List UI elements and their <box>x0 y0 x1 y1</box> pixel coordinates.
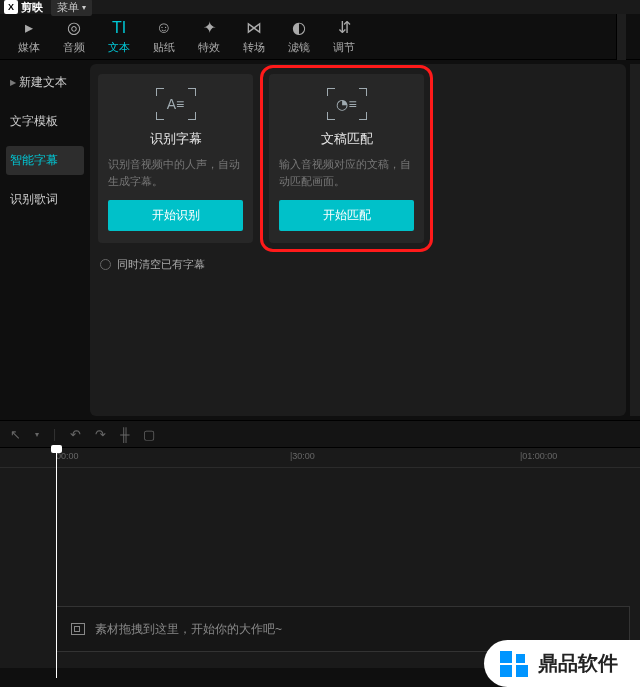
redo-icon[interactable]: ↷ <box>95 427 106 442</box>
split-icon[interactable]: ╫ <box>120 427 129 442</box>
tab-audio[interactable]: ◎音频 <box>59 17 89 57</box>
script-match-button[interactable]: 开始匹配 <box>279 200 414 231</box>
content-panel: A≡ 识别字幕 识别音视频中的人声，自动生成字幕。 开始识别 ◔≡ 文稿匹配 输… <box>90 64 626 416</box>
sidebar-label: 识别歌词 <box>10 191 58 208</box>
card-title: 识别字幕 <box>150 130 202 148</box>
watermark-logo-icon <box>500 651 528 677</box>
tab-filter[interactable]: ◐滤镜 <box>284 17 314 57</box>
menu-button[interactable]: 菜单 ▾ <box>51 0 92 16</box>
tab-label: 调节 <box>333 40 355 55</box>
delete-icon[interactable]: ▢ <box>143 427 155 442</box>
sidebar-item-text-template[interactable]: 文字模板 <box>6 107 84 136</box>
tab-label: 媒体 <box>18 40 40 55</box>
main-area: ▶新建文本文字模板智能字幕识别歌词 A≡ 识别字幕 识别音视频中的人声，自动生成… <box>0 60 640 420</box>
sidebar-label: 文字模板 <box>10 113 58 130</box>
right-edge-panel <box>630 64 640 416</box>
media-icon <box>71 623 85 635</box>
script-match-icon: ◔≡ <box>327 88 367 120</box>
tool-tabs: ▸媒体◎音频TI文本☺贴纸✦特效⋈转场◐滤镜⇵调节 <box>0 14 640 60</box>
tab-label: 文本 <box>108 40 130 55</box>
watermark-badge: 鼎品软件 <box>484 640 640 687</box>
expand-icon: ▶ <box>10 78 16 87</box>
ruler-mark: |30:00 <box>290 451 315 461</box>
tab-media[interactable]: ▸媒体 <box>14 17 44 57</box>
sidebar-item-smart-caption[interactable]: 智能字幕 <box>6 146 84 175</box>
tab-label: 音频 <box>63 40 85 55</box>
sticker-icon: ☺ <box>156 19 172 37</box>
timeline-toolbar: ↖ ▾ | ↶ ↷ ╫ ▢ <box>0 420 640 448</box>
sidebar-item-lyric-detect[interactable]: 识别歌词 <box>6 185 84 214</box>
clear-subtitle-option[interactable]: 同时清空已有字幕 <box>98 257 618 272</box>
dropzone-text: 素材拖拽到这里，开始你的大作吧~ <box>95 621 282 638</box>
transition-icon: ⋈ <box>246 19 262 37</box>
undo-icon[interactable]: ↶ <box>70 427 81 442</box>
sidebar-label: 新建文本 <box>19 74 67 91</box>
app-name: 剪映 <box>21 0 43 15</box>
tab-label: 特效 <box>198 40 220 55</box>
separator: | <box>53 427 56 441</box>
radio-icon <box>100 259 111 270</box>
watermark-text: 鼎品软件 <box>538 650 618 677</box>
tab-label: 贴纸 <box>153 40 175 55</box>
timeline-body[interactable]: 素材拖拽到这里，开始你的大作吧~ <box>0 468 640 668</box>
effect-icon: ✦ <box>203 19 216 37</box>
tab-label: 滤镜 <box>288 40 310 55</box>
tab-effect[interactable]: ✦特效 <box>194 17 224 57</box>
titlebar: X 剪映 菜单 ▾ <box>0 0 640 14</box>
sidebar-item-new-text[interactable]: ▶新建文本 <box>6 68 84 97</box>
timeline-ruler[interactable]: 00:00|30:00|01:00:00 <box>0 448 640 468</box>
filter-icon: ◐ <box>292 19 306 37</box>
recognize-subtitle-button[interactable]: 开始识别 <box>108 200 243 231</box>
recognize-subtitle-icon: A≡ <box>156 88 196 120</box>
chevron-down-icon: ▾ <box>82 3 86 12</box>
text-icon: TI <box>112 19 126 37</box>
clear-label: 同时清空已有字幕 <box>117 257 205 272</box>
tab-sticker[interactable]: ☺贴纸 <box>149 17 179 57</box>
card-title: 文稿匹配 <box>321 130 373 148</box>
right-panel-tab[interactable] <box>616 14 626 60</box>
logo-icon: X <box>4 0 18 14</box>
media-icon: ▸ <box>25 19 33 37</box>
tab-transition[interactable]: ⋈转场 <box>239 17 269 57</box>
ruler-mark: |01:00:00 <box>520 451 557 461</box>
tab-text[interactable]: TI文本 <box>104 17 134 57</box>
playhead[interactable] <box>56 448 57 678</box>
menu-label: 菜单 <box>57 0 79 15</box>
sidebar: ▶新建文本文字模板智能字幕识别歌词 <box>0 60 90 420</box>
pointer-tool-icon[interactable]: ↖ <box>10 427 21 442</box>
card-script-match: ◔≡ 文稿匹配 输入音视频对应的文稿，自动匹配画面。 开始匹配 <box>269 74 424 243</box>
card-description: 输入音视频对应的文稿，自动匹配画面。 <box>279 156 414 190</box>
tool-chevron-icon[interactable]: ▾ <box>35 430 39 439</box>
card-description: 识别音视频中的人声，自动生成字幕。 <box>108 156 243 190</box>
audio-icon: ◎ <box>67 19 81 37</box>
tab-adjust[interactable]: ⇵调节 <box>329 17 359 57</box>
tab-label: 转场 <box>243 40 265 55</box>
sidebar-label: 智能字幕 <box>10 152 58 169</box>
card-row: A≡ 识别字幕 识别音视频中的人声，自动生成字幕。 开始识别 ◔≡ 文稿匹配 输… <box>98 74 618 243</box>
app-logo: X 剪映 <box>4 0 43 15</box>
adjust-icon: ⇵ <box>338 19 351 37</box>
card-recognize-subtitle: A≡ 识别字幕 识别音视频中的人声，自动生成字幕。 开始识别 <box>98 74 253 243</box>
